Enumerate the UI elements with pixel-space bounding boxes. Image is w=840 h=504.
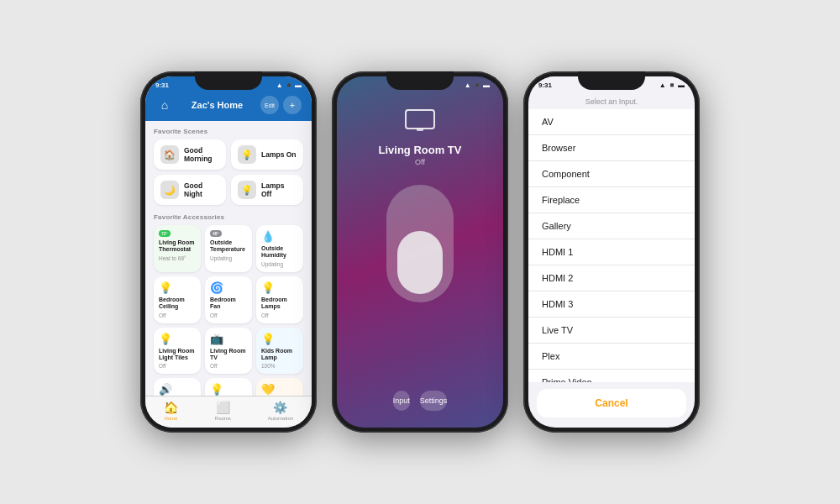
acc-icon-nightlight: 💛: [261, 383, 298, 396]
tab-home[interactable]: 🏠 Home: [164, 401, 178, 421]
acc-thermostat[interactable]: 72° Living Room Thermostat Heat to 68°: [154, 225, 201, 272]
tv-app: ▲ ◾ ▬ Living Room TV Off: [337, 76, 503, 428]
acc-title-bedroom-ceiling: Bedroom Ceiling: [159, 297, 196, 311]
tab-label-rooms: Rooms: [215, 416, 231, 421]
tab-rooms[interactable]: ⬜ Rooms: [215, 401, 231, 421]
input-item-component[interactable]: Component: [528, 161, 695, 187]
acc-lr-light-tiles[interactable]: 💡 Living Room Light Tiles Off: [154, 328, 201, 375]
tv-remote-touchpad[interactable]: [386, 185, 454, 302]
input-item-av[interactable]: AV: [528, 109, 695, 135]
scene-icon-night: 🌙: [160, 181, 179, 199]
acc-bedroom-ceiling[interactable]: 💡 Bedroom Ceiling Off: [154, 276, 201, 323]
acc-kids-ceiling[interactable]: 💡 Kids Room Ceiling Off: [205, 378, 252, 396]
scenes-grid: 🏠 Good Morning 💡 Lamps On 🌙 Good Night: [154, 139, 303, 205]
phone-1-screen: 9:31 ▲ ◾ ▬ ⌂ Zac's Home Edit +: [145, 76, 312, 428]
acc-icon-bedroom-lamps: 💡: [261, 281, 298, 294]
acc-status-lr-light: Off: [159, 363, 196, 369]
acc-title-humidity: Outside Humidity: [261, 245, 298, 260]
input-item-hdmi1[interactable]: HDMI 1: [528, 239, 695, 265]
acc-icon-bedroom-ceiling: 💡: [159, 281, 196, 294]
tv-device-name: Living Room TV: [379, 144, 462, 156]
cancel-area: Cancel: [528, 382, 695, 428]
tab-icon-home: 🏠: [164, 401, 178, 414]
scene-good-night[interactable]: 🌙 Good Night: [154, 175, 226, 205]
input-list-header: Select an Input.: [528, 92, 695, 109]
phone-3-screen: 9:31 ▲ ◾ ▬ Select an Input. AV Browser C…: [528, 76, 695, 428]
tab-icon-rooms: ⬜: [216, 401, 230, 414]
tv-title-area: Living Room TV Off: [379, 109, 462, 166]
acc-title-kids-lamp: Kids Room Lamp: [261, 348, 298, 362]
scene-good-morning[interactable]: 🏠 Good Morning: [154, 139, 226, 170]
acc-icon-lr-light: 💡: [159, 333, 196, 345]
add-button[interactable]: +: [283, 96, 302, 114]
svg-rect-0: [406, 110, 434, 129]
acc-icon-kids-ceiling: 💡: [210, 383, 247, 396]
scene-icon-lampson: 💡: [238, 145, 256, 164]
tv-status-right: ▲ ◾ ▬: [465, 81, 490, 89]
tab-automation[interactable]: ⚙️ Automation: [268, 401, 293, 421]
acc-status-outside-temp: Updating: [210, 255, 247, 261]
acc-title-bedroom-fan: Bedroom Fan: [210, 297, 247, 311]
phone-1-home: 9:31 ▲ ◾ ▬ ⌂ Zac's Home Edit +: [140, 71, 317, 433]
input-status-time: 9:31: [538, 81, 552, 89]
acc-icon-bedroom-fan: 🌀: [210, 281, 247, 294]
input-selector-app: 9:31 ▲ ◾ ▬ Select an Input. AV Browser C…: [528, 76, 695, 428]
phone-2-screen: ▲ ◾ ▬ Living Room TV Off: [337, 76, 503, 428]
svg-rect-1: [417, 129, 423, 131]
acc-badge-temp: 72°: [159, 230, 171, 237]
scene-label-lampson: Lamps On: [261, 150, 297, 159]
acc-status-thermostat: Heat to 68°: [159, 255, 196, 261]
input-item-gallery[interactable]: Gallery: [528, 213, 695, 239]
tv-device-status: Off: [415, 158, 425, 166]
acc-bedroom-lamps[interactable]: 💡 Bedroom Lamps Off: [256, 276, 303, 323]
tv-device-icon: [405, 109, 435, 139]
acc-lr-tv[interactable]: 📺 Living Room TV Off: [205, 328, 252, 375]
home-status-bar: 9:31 ▲ ◾ ▬: [145, 76, 312, 92]
accessories-section-label: Favorite Accessories: [154, 213, 303, 221]
tv-remote-inner: [397, 231, 443, 294]
scenes-section-label: Favorite Scenes: [154, 128, 303, 135]
status-time: 9:31: [155, 81, 169, 89]
nav-title: Zac's Home: [192, 100, 243, 110]
tv-input-button[interactable]: Input: [393, 391, 410, 411]
acc-kids-lamp[interactable]: 💡 Kids Room Lamp 100%: [256, 328, 303, 375]
phone-2-tv: ▲ ◾ ▬ Living Room TV Off: [332, 71, 508, 433]
acc-title-thermostat: Living Room Thermostat: [159, 239, 196, 254]
acc-title-lr-tv: Living Room TV: [210, 348, 247, 362]
acc-status-kids-lamp: 100%: [261, 363, 298, 369]
tv-bottom-buttons: Input Settings: [376, 391, 465, 411]
input-item-livetv[interactable]: Live TV: [528, 318, 695, 344]
acc-status-bedroom-ceiling: Off: [159, 312, 196, 318]
input-item-browser[interactable]: Browser: [528, 135, 695, 161]
phone-3-input: 9:31 ▲ ◾ ▬ Select an Input. AV Browser C…: [523, 71, 700, 433]
acc-icon-lr-tv: 📺: [210, 333, 247, 345]
acc-title-bedroom-lamps: Bedroom Lamps: [261, 297, 298, 311]
input-item-fireplace[interactable]: Fireplace: [528, 187, 695, 213]
scene-lamps-off[interactable]: 💡 Lamps Off: [231, 175, 303, 205]
scene-label-night: Good Night: [184, 181, 219, 198]
tv-settings-button[interactable]: Settings: [420, 391, 448, 411]
home-tab-bar: 🏠 Home ⬜ Rooms ⚙️ Automation: [145, 396, 312, 428]
acc-title-lr-light: Living Room Light Tiles: [159, 348, 196, 362]
scene-lamps-on[interactable]: 💡 Lamps On: [231, 139, 303, 170]
acc-outside-temp[interactable]: 48° Outside Temperature Updating: [205, 225, 252, 272]
status-icons: ▲ ◾ ▬: [276, 81, 302, 89]
home-content: Favorite Scenes 🏠 Good Morning 💡 Lamps O…: [145, 121, 312, 396]
acc-bedroom-homepod[interactable]: 🔊 Bedroom HomePod Paused: [154, 378, 201, 396]
acc-status-bedroom-fan: Off: [210, 312, 247, 318]
scene-icon-lampsoff: 💡: [238, 181, 256, 199]
acc-status-bedroom-lamps: Off: [261, 312, 298, 318]
input-item-primevideo[interactable]: Prime Video: [528, 370, 695, 382]
tab-icon-automation: ⚙️: [273, 401, 287, 414]
edit-button[interactable]: Edit: [260, 96, 279, 114]
acc-bedroom-fan[interactable]: 🌀 Bedroom Fan Off: [205, 276, 252, 323]
acc-kids-nightlight[interactable]: 💛 Kids Room Nightlight 41%: [256, 378, 303, 396]
input-item-hdmi2[interactable]: HDMI 2: [528, 265, 695, 291]
acc-humidity[interactable]: 💧 Outside Humidity Updating: [256, 225, 303, 272]
input-status-icons: ▲ ◾ ▬: [659, 81, 685, 89]
input-item-plex[interactable]: Plex: [528, 344, 695, 370]
cancel-button[interactable]: Cancel: [537, 389, 686, 417]
phones-container: 9:31 ▲ ◾ ▬ ⌂ Zac's Home Edit +: [140, 71, 700, 433]
home-icon[interactable]: ⌂: [155, 96, 174, 114]
input-item-hdmi3[interactable]: HDMI 3: [528, 291, 695, 318]
